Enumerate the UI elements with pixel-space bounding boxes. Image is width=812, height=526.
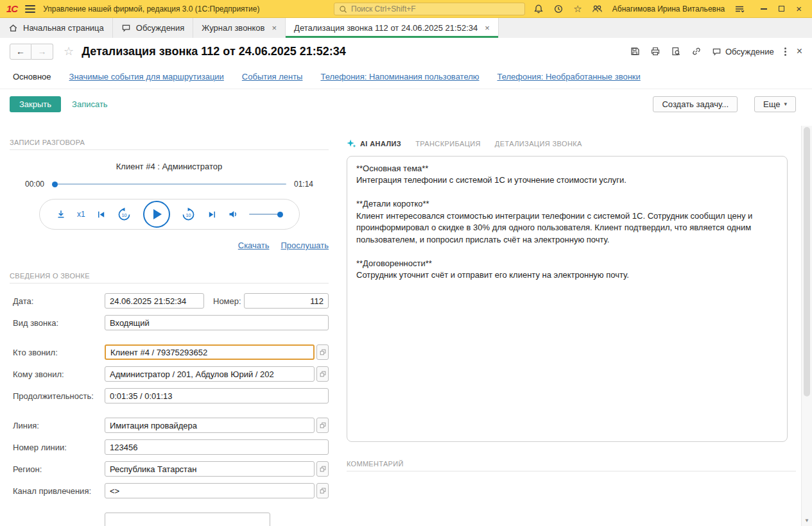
- line-number-field[interactable]: 123456: [105, 439, 329, 455]
- preview-button[interactable]: [671, 46, 681, 56]
- nav-link-routing-events[interactable]: Значимые события для маршрутизации: [69, 72, 224, 81]
- print-button[interactable]: [650, 46, 661, 56]
- region-open-button[interactable]: [316, 461, 329, 477]
- back-button[interactable]: ←: [10, 44, 31, 60]
- nav-item-main[interactable]: Основное: [13, 72, 51, 81]
- download-link[interactable]: Скачать: [238, 241, 270, 250]
- region-field[interactable]: Республика Татарстан: [105, 461, 315, 477]
- history-button[interactable]: [553, 4, 564, 14]
- audio-links: Скачать Прослушать: [10, 241, 329, 250]
- collaboration-button[interactable]: [592, 4, 603, 14]
- skip-start-button[interactable]: [96, 210, 106, 219]
- field-label: Вид звонка:: [10, 318, 105, 328]
- channel-open-button[interactable]: [316, 483, 329, 498]
- forward-button[interactable]: →: [31, 44, 53, 60]
- callee-open-button[interactable]: [316, 366, 329, 382]
- progress-slider[interactable]: [52, 183, 286, 185]
- favorites-button[interactable]: ☆: [573, 4, 582, 13]
- call-type-field[interactable]: Входящий: [105, 315, 329, 330]
- star-icon: ☆: [573, 4, 582, 13]
- current-user-button[interactable]: Абнагимова Ирина Витальевна: [612, 4, 725, 13]
- get-link-button[interactable]: [691, 46, 702, 56]
- volume-slider[interactable]: [249, 214, 282, 215]
- duration-row: Продолжительность: 0:01:35 / 0:01:13: [10, 388, 329, 403]
- play-button[interactable]: [143, 201, 170, 228]
- minimize-icon: [761, 8, 767, 10]
- tab-ai-analysis[interactable]: AI АНАЛИЗ: [347, 139, 401, 148]
- line-open-button[interactable]: [316, 418, 329, 433]
- close-form-button[interactable]: ×: [797, 46, 802, 56]
- tab-call-details[interactable]: Детализация звонка 112 от 24.06.2025 21:…: [286, 18, 499, 38]
- partial-field[interactable]: [105, 513, 270, 526]
- progress-knob[interactable]: [52, 182, 58, 187]
- printer-icon: [650, 46, 661, 56]
- skip-end-button[interactable]: [207, 210, 217, 219]
- date-field[interactable]: 24.06.2025 21:52:34: [105, 293, 204, 309]
- number-field[interactable]: 112: [244, 293, 329, 309]
- tab-close-icon[interactable]: ×: [272, 23, 277, 33]
- ai-analysis-text[interactable]: **Основная тема** Интеграция телефонии с…: [347, 156, 788, 442]
- more-menu-button[interactable]: Еще ▾: [754, 96, 796, 112]
- line-field[interactable]: Имитация провайдера: [105, 418, 315, 433]
- tab-transcription[interactable]: ТРАНСКРИБАЦИЯ: [415, 140, 481, 148]
- duration-field[interactable]: 0:01:35 / 0:01:13: [105, 388, 329, 403]
- scrollbar-thumb[interactable]: [804, 127, 810, 396]
- search-input[interactable]: [351, 4, 520, 13]
- channel-row: Канал привлечения: <>: [10, 483, 329, 498]
- region-row: Регион: Республика Татарстан: [10, 461, 329, 477]
- caller-field[interactable]: Клиент #4 / 79375293652: [105, 344, 315, 360]
- write-button[interactable]: Записать: [72, 99, 108, 109]
- nav-link-feed-events[interactable]: События ленты: [242, 72, 303, 81]
- form-header-icons: Обсуждение ×: [630, 46, 802, 56]
- callee-field[interactable]: Администратор / 201, Абдулов Юрий / 202: [105, 366, 315, 382]
- favorite-star-button[interactable]: ☆: [64, 46, 74, 57]
- scroll-down-button[interactable]: ▼: [802, 515, 812, 526]
- close-window-button[interactable]: ×: [796, 4, 802, 13]
- caller-open-button[interactable]: [316, 344, 329, 360]
- playback-speed-button[interactable]: x1: [77, 210, 85, 219]
- rewind-10-button[interactable]: 10: [117, 207, 132, 222]
- field-label: Номер линии:: [10, 443, 105, 452]
- form-header: ← → ☆ Детализация звонка 112 от 24.06.20…: [0, 38, 812, 65]
- tab-label: Начальная страница: [23, 23, 104, 33]
- main-menu-button[interactable]: [25, 5, 35, 13]
- scrollbar-track[interactable]: ▼: [801, 126, 812, 526]
- call-type-row: Вид звонка: Входящий: [10, 315, 329, 330]
- comment-input[interactable]: [347, 471, 796, 516]
- notifications-button[interactable]: [533, 4, 544, 14]
- global-search[interactable]: [334, 3, 525, 15]
- download-audio-button[interactable]: [56, 209, 66, 219]
- tab-home[interactable]: Начальная страница: [0, 18, 113, 38]
- page-title: Детализация звонка 112 от 24.06.2025 21:…: [82, 45, 346, 58]
- volume-knob[interactable]: [277, 212, 283, 217]
- volume-button[interactable]: [228, 209, 238, 219]
- field-label: Номер:: [204, 296, 244, 306]
- create-task-button[interactable]: Создать задачу...: [653, 96, 738, 112]
- tab-discussions[interactable]: Обсуждения: [113, 18, 194, 38]
- more-vertical-icon: [784, 47, 786, 56]
- close-button[interactable]: Закрыть: [10, 96, 61, 112]
- minimize-button[interactable]: [761, 8, 767, 10]
- tab-call-detailing[interactable]: ДЕТАЛИЗАЦИЯ ЗВОНКА: [495, 140, 582, 148]
- search-icon: [339, 5, 347, 13]
- field-label: Кому звонил:: [10, 369, 105, 379]
- channel-field[interactable]: <>: [105, 483, 315, 498]
- forward-10-button[interactable]: 10: [181, 207, 196, 222]
- discussion-button[interactable]: Обсуждение: [712, 47, 774, 56]
- service-menu-button[interactable]: [734, 4, 745, 14]
- rewind-10-icon: 10: [117, 207, 132, 222]
- maximize-button[interactable]: [779, 6, 784, 12]
- tab-call-log[interactable]: Журнал звонков ×: [193, 18, 286, 38]
- discussion-icon: [712, 47, 721, 56]
- save-button[interactable]: [630, 46, 640, 56]
- field-label: Дата:: [10, 296, 105, 306]
- forward-icon: →: [38, 46, 47, 56]
- nav-link-user-reminders[interactable]: Телефония: Напоминания пользователю: [320, 72, 479, 81]
- sparkle-icon: [347, 139, 356, 148]
- listen-link[interactable]: Прослушать: [281, 241, 329, 250]
- tab-close-icon[interactable]: ×: [485, 23, 490, 33]
- nav-link-unprocessed-calls[interactable]: Телефония: Необработанные звонки: [497, 72, 641, 81]
- more-actions-button[interactable]: [784, 47, 786, 56]
- partial-row: [10, 513, 329, 526]
- command-bar: Закрыть Записать Создать задачу... Еще ▾: [0, 89, 812, 119]
